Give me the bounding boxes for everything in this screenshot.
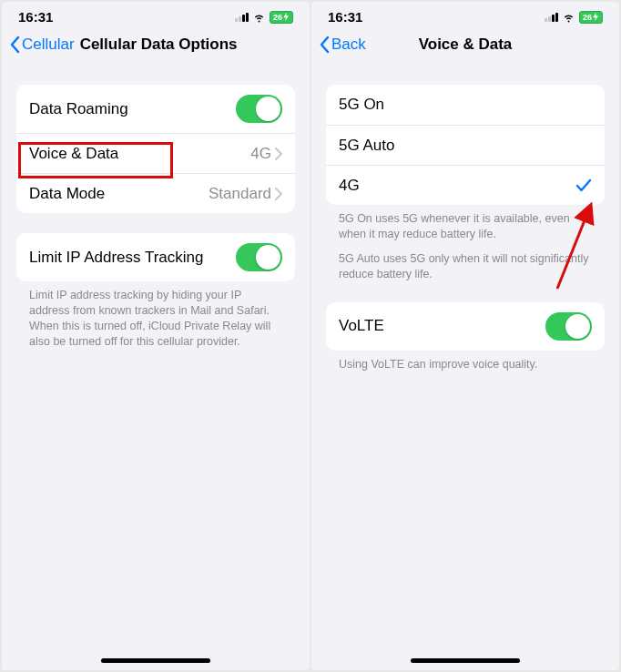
options-group: 5G On 5G Auto 4G: [326, 85, 605, 205]
status-bar: 16:31 26: [2, 2, 310, 28]
chevron-right-icon: [275, 148, 282, 160]
settings-group-2: Limit IP Address Tracking: [16, 233, 295, 281]
row-volte[interactable]: VoLTE: [326, 302, 605, 351]
row-label: 5G On: [339, 96, 384, 114]
chevron-left-icon: [319, 36, 330, 54]
row-label: Data Roaming: [29, 100, 128, 118]
row-value: Standard: [209, 185, 282, 203]
footer-text: 5G On uses 5G whenever it is available, …: [326, 205, 605, 242]
row-label: Data Mode: [29, 185, 105, 203]
back-button[interactable]: Cellular: [9, 36, 75, 54]
row-value: 4G: [250, 145, 282, 163]
checkmark-icon: [575, 178, 592, 194]
chevron-right-icon: [275, 188, 282, 200]
row-5g-auto[interactable]: 5G Auto: [326, 125, 605, 165]
status-time: 16:31: [18, 9, 53, 25]
status-time: 16:31: [328, 9, 362, 25]
status-right: 26: [235, 10, 293, 24]
back-button[interactable]: Back: [319, 36, 366, 54]
back-label: Cellular: [22, 36, 75, 54]
footer-text: Using VoLTE can improve voice quality.: [326, 351, 605, 372]
battery-badge: 26: [579, 11, 603, 24]
row-label: Voice & Data: [29, 145, 118, 163]
page-title: Cellular Data Options: [80, 36, 238, 54]
back-label: Back: [331, 36, 366, 54]
content: Data Roaming Voice & Data 4G Data Mode S…: [2, 65, 310, 670]
home-indicator[interactable]: [411, 658, 520, 663]
toggle-on[interactable]: [236, 95, 282, 123]
home-indicator[interactable]: [101, 658, 210, 663]
wifi-icon: [252, 10, 266, 24]
status-bar: 16:31 26: [311, 2, 619, 28]
row-label: 4G: [339, 177, 360, 195]
page-title: Voice & Data: [419, 36, 513, 54]
row-voice-data[interactable]: Voice & Data 4G: [16, 133, 295, 173]
row-label: 5G Auto: [339, 137, 394, 155]
settings-group-1: Data Roaming Voice & Data 4G Data Mode S…: [16, 85, 295, 213]
nav-bar: Cellular Cellular Data Options: [2, 28, 310, 65]
toggle-on[interactable]: [236, 243, 282, 271]
row-data-mode[interactable]: Data Mode Standard: [16, 173, 295, 213]
row-label: VoLTE: [339, 317, 384, 335]
signal-icon: [545, 13, 558, 22]
footer-text: Limit IP address tracking by hiding your…: [16, 281, 295, 350]
row-4g[interactable]: 4G: [326, 165, 605, 205]
phone-left: 16:31 26 Cellular Cellular Data Options …: [2, 2, 310, 670]
volte-group: VoLTE: [326, 302, 605, 351]
row-label: Limit IP Address Tracking: [29, 249, 204, 267]
row-data-roaming[interactable]: Data Roaming: [16, 85, 295, 133]
footer-text: 5G Auto uses 5G only when it will not si…: [326, 242, 605, 282]
chevron-left-icon: [9, 36, 20, 54]
phone-right: 16:31 26 Back Voice & Data 5G On 5G Auto…: [311, 2, 619, 670]
row-5g-on[interactable]: 5G On: [326, 85, 605, 125]
nav-bar: Back Voice & Data: [311, 28, 619, 65]
row-limit-ip[interactable]: Limit IP Address Tracking: [16, 233, 295, 281]
wifi-icon: [562, 10, 575, 24]
content: 5G On 5G Auto 4G 5G On uses 5G whenever …: [311, 65, 619, 670]
signal-icon: [235, 13, 249, 22]
toggle-on[interactable]: [545, 312, 592, 341]
status-right: 26: [545, 10, 603, 24]
battery-badge: 26: [270, 11, 293, 24]
